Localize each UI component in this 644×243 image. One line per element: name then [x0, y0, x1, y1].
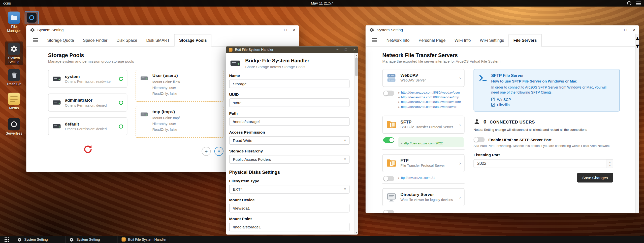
- maximize-button[interactable]: □: [345, 48, 347, 52]
- sftp-card[interactable]: SFTP SSH File Transfer Protocol Server ›: [382, 115, 465, 134]
- sync-icon[interactable]: [118, 76, 123, 81]
- webdav-link[interactable]: ▸http://dev.arozos.com:8080/webdav/tmp: [398, 95, 461, 99]
- close-button[interactable]: ×: [633, 28, 635, 32]
- mount-device-input[interactable]: [229, 204, 350, 212]
- minimize-button[interactable]: −: [336, 48, 339, 52]
- minimize-button[interactable]: −: [616, 28, 618, 32]
- refresh-pools-button[interactable]: [83, 144, 92, 154]
- memo-icon: [8, 93, 20, 105]
- sync-icon[interactable]: [118, 124, 123, 129]
- webdav-toggle[interactable]: [383, 91, 394, 96]
- sftp-link[interactable]: ▸sftp://dev.arozos.com:2022: [401, 141, 443, 145]
- storage-hierarchy-select[interactable]: Public Access Folders ▾: [229, 155, 350, 164]
- directory-server-card[interactable]: Directory Server Web file viewer for leg…: [382, 188, 465, 206]
- tab-disk-space[interactable]: Disk Space: [112, 34, 142, 46]
- chevron-right-icon: ›: [459, 160, 461, 166]
- pool-permission: Other's Permission: readwrite: [65, 79, 111, 84]
- title-bar[interactable]: Edit File System Handler − □ ×: [226, 46, 358, 53]
- desktop-icon-memo[interactable]: Memo: [5, 93, 23, 110]
- tab-file-servers[interactable]: File Servers: [508, 34, 542, 47]
- minimize-button[interactable]: −: [276, 28, 278, 32]
- divider: [382, 183, 465, 184]
- scrollbar-thumb[interactable]: [355, 57, 358, 76]
- maximize-button[interactable]: □: [284, 28, 287, 32]
- webdav-card[interactable]: WebDAV WebDAV Server ›: [382, 69, 465, 87]
- storage-pool-row[interactable]: default Other's Permission: denied: [48, 117, 127, 135]
- taskbar-item-system-setting-2[interactable]: System Setting: [66, 236, 118, 243]
- caret-down-icon: ▾: [344, 139, 346, 142]
- client-link-winscp[interactable]: ↗WinSCP: [491, 97, 615, 101]
- listening-port-input[interactable]: [474, 159, 607, 168]
- settings-tab-bar: Storage Quota Space Finder Disk Space Di…: [26, 34, 299, 47]
- ftp-link[interactable]: ▸ftp://dev.arozos.com:21: [398, 176, 435, 179]
- drive-icon: [140, 110, 149, 119]
- link-storage-button[interactable]: [214, 147, 223, 156]
- spin-up-icon[interactable]: ▴: [607, 159, 613, 163]
- start-menu-button[interactable]: [0, 236, 14, 243]
- desktop-icon-serverless[interactable]: Serverless: [5, 118, 23, 136]
- save-changes-button[interactable]: Save Changes: [577, 173, 613, 182]
- tab-disk-smart[interactable]: Disk SMART: [142, 34, 174, 46]
- sync-icon[interactable]: [118, 100, 123, 105]
- path-label: Path: [229, 111, 350, 116]
- spin-down-icon[interactable]: ▾: [607, 164, 613, 168]
- tab-wifi-info[interactable]: WiFi Info: [450, 34, 475, 46]
- access-permission-select[interactable]: Read Write ▾: [229, 136, 350, 145]
- maximize-button[interactable]: □: [624, 28, 627, 32]
- webdav-link[interactable]: ▸http://dev.arozos.com:8080/webdav/store: [398, 100, 461, 104]
- system-menu-icon[interactable]: [636, 2, 641, 5]
- connected-users-count: 0: [484, 118, 487, 125]
- title-bar[interactable]: System Setting − □ ×: [26, 25, 299, 34]
- window-edit-file-system-handler: Edit File System Handler − □ × Bridge Fi…: [226, 46, 358, 234]
- taskbar-item-system-setting-1[interactable]: System Setting: [14, 236, 66, 243]
- title-bar[interactable]: System Setting − □ ×: [366, 25, 639, 34]
- storage-pool-row[interactable]: administrator Other's Permission: denied: [48, 94, 127, 112]
- scroll-up-icon[interactable]: ▴: [636, 34, 639, 42]
- chevron-right-icon: ›: [459, 122, 461, 127]
- directory-server-toggle[interactable]: [383, 210, 394, 213]
- webdav-link[interactable]: ▸http://dev.arozos.com:8080/webdav/user: [398, 91, 461, 94]
- taskbar-item-edit-file-system-handler[interactable]: Edit File System Handler: [118, 236, 170, 243]
- storage-pool-row[interactable]: system Other's Permission: readwrite: [48, 70, 127, 88]
- name-input[interactable]: [229, 79, 350, 88]
- scrollbar[interactable]: ▴ ▾: [635, 34, 639, 213]
- external-link-icon: ↗: [491, 98, 495, 101]
- add-mount-button[interactable]: +: [202, 147, 211, 156]
- menu-icon[interactable]: [33, 38, 38, 42]
- ftp-toggle[interactable]: [383, 176, 394, 181]
- filesystem-type-select[interactable]: EXT4 ▾: [229, 185, 350, 193]
- client-link-filezilla[interactable]: ↗FileZilla: [491, 103, 615, 107]
- directory-server-icon: [386, 192, 397, 202]
- tab-storage-quota[interactable]: Storage Quota: [43, 34, 79, 46]
- webdav-link[interactable]: ▸http://dev.arozos.com:8080/webdav/ls1: [398, 105, 461, 108]
- scroll-up-icon[interactable]: ▴: [355, 54, 358, 56]
- scroll-down-icon[interactable]: ▾: [636, 42, 639, 49]
- tab-storage-pools[interactable]: Storage Pools: [174, 34, 212, 47]
- close-button[interactable]: ×: [353, 48, 355, 52]
- menu-icon[interactable]: [372, 38, 377, 42]
- scrollbar[interactable]: ▴ ▾: [355, 53, 358, 234]
- tab-personal-page[interactable]: Personal Page: [414, 34, 450, 46]
- tab-network-info[interactable]: Network Info: [382, 34, 414, 46]
- desktop-icon-system-setting[interactable]: System Setting: [5, 42, 23, 65]
- desktop-icon-trash-bin[interactable]: Trash Bin: [5, 69, 23, 87]
- tab-space-finder[interactable]: Space Finder: [78, 34, 112, 46]
- scroll-down-icon[interactable]: ▾: [355, 231, 358, 234]
- mount-card[interactable]: User (user:/) Mount Point: files/ Hierar…: [136, 70, 223, 102]
- taskbar: System Setting System Setting Edit File …: [0, 236, 644, 243]
- app-icon: [229, 48, 233, 52]
- user-icon: [474, 118, 480, 125]
- close-button[interactable]: ×: [293, 28, 296, 32]
- mount-point-input[interactable]: [229, 223, 350, 231]
- ftp-card[interactable]: FTP File Transfer Protocol Server ›: [382, 154, 465, 172]
- mount-card[interactable]: tmp (tmp:/) Mount Point: tmp/ Hierarchy:…: [136, 106, 223, 138]
- tab-wifi-settings[interactable]: WiFi Settings: [475, 34, 508, 46]
- number-spinner[interactable]: ▴ ▾: [607, 159, 613, 168]
- sftp-toggle[interactable]: [383, 137, 394, 142]
- desktop-icon-selected[interactable]: [25, 11, 39, 24]
- pool-permission: Other's Permission: denied: [65, 127, 107, 131]
- uuid-input[interactable]: [229, 98, 350, 107]
- path-input[interactable]: [229, 117, 350, 126]
- upnp-toggle[interactable]: [474, 137, 485, 142]
- desktop-icon-file-manager[interactable]: File Manager: [5, 12, 23, 33]
